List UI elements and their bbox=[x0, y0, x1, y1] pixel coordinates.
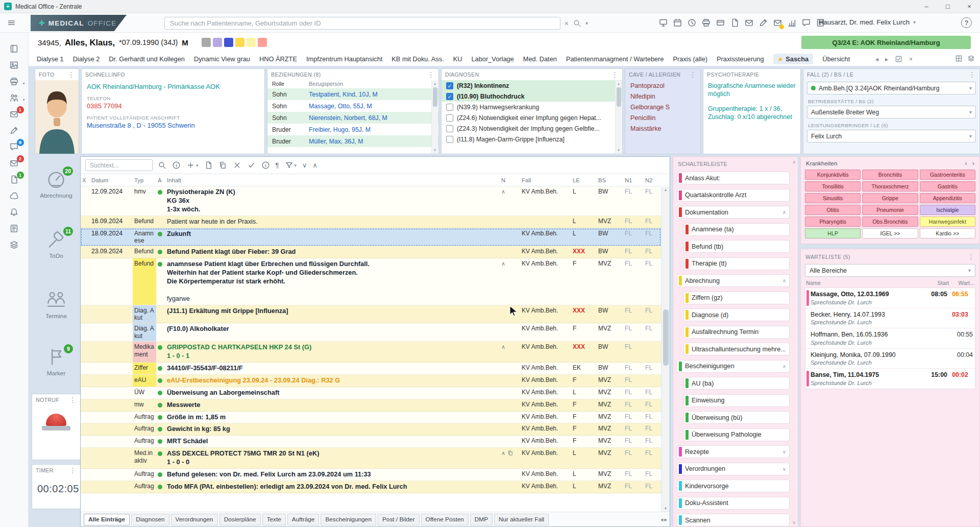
footer-tab-dosierplaene[interactable]: Dosierpläne bbox=[219, 514, 261, 525]
new-document-button[interactable] bbox=[204, 161, 213, 170]
krankheit-pneumonie[interactable]: Pneumonie bbox=[862, 205, 918, 215]
diagnose-checkbox[interactable] bbox=[446, 125, 453, 132]
timeline-row[interactable]: eAUeAU-Erstbescheinigung 23.09.24 - 23.0… bbox=[81, 375, 661, 387]
help-button[interactable]: ? bbox=[961, 17, 972, 28]
document-icon[interactable] bbox=[730, 18, 740, 28]
timeline-row[interactable]: Ziffer34410/F-35543/F-08211/FKV Amb.Beh.… bbox=[81, 363, 661, 375]
beziehung-row[interactable]: SohnTestpatient, Kind, 10J, M bbox=[267, 88, 438, 100]
maximize-button[interactable]: □ bbox=[937, 0, 959, 13]
krankheit-sinusitis[interactable]: Sinusitis bbox=[805, 193, 861, 203]
column-header-n2[interactable]: N2 bbox=[644, 177, 661, 183]
schalter-ueberweisung-pathologie[interactable]: Überweisung Pathologie bbox=[683, 428, 790, 441]
schalter-einweisung[interactable]: Einweisung bbox=[683, 394, 790, 407]
collapse-icon[interactable]: ∧ bbox=[501, 450, 505, 467]
krankheit-kardio[interactable]: Kardio >> bbox=[920, 228, 975, 238]
krankheit-grippe[interactable]: Grippe bbox=[862, 193, 918, 203]
patient-address[interactable]: Musenstraße 8 , D - 19055 Schwerin bbox=[87, 122, 259, 129]
footer-tab-post-bilder[interactable]: Post / Bilder bbox=[378, 514, 420, 525]
schalter-therapie-tt[interactable]: Therapie (tt) bbox=[683, 257, 790, 270]
tab-kb-mit-doku-ass[interactable]: KB mit Doku. Ass. bbox=[391, 55, 444, 63]
schalter-abrechnung[interactable]: Abrechnung∧ bbox=[677, 274, 790, 287]
images-icon[interactable] bbox=[9, 60, 20, 70]
add-view-icon[interactable] bbox=[955, 55, 963, 62]
timeline-row[interactable]: ÜWÜberweisung an LaborgemeinschaftKV Amb… bbox=[81, 387, 661, 399]
archive-icon[interactable] bbox=[9, 240, 20, 250]
timeline-row[interactable]: AuftragTodo MFA (PAt. einbestellen): erl… bbox=[81, 481, 661, 493]
krankheit-konjunktivitis[interactable]: Konjunktivitis bbox=[805, 170, 861, 180]
tabs-prev-icon[interactable]: ◂ bbox=[875, 56, 878, 63]
le-select[interactable]: Felix Lurch▾ bbox=[807, 130, 976, 142]
beziehung-row[interactable]: SohnNierenstein, Norbert, 68J, M bbox=[267, 112, 438, 124]
schalter-scannen[interactable]: Scannen bbox=[677, 514, 790, 526]
fall-menu-icon[interactable]: ⋮ bbox=[969, 71, 976, 78]
patient-marker[interactable] bbox=[235, 38, 244, 47]
beziehungen-menu-icon[interactable]: ⋮ bbox=[428, 71, 435, 78]
chevron-up-icon[interactable]: ∧ bbox=[782, 364, 786, 369]
tab-dialyse-1[interactable]: Dialyse 1 bbox=[37, 55, 64, 63]
schalter-ausfallrechnung-termin[interactable]: Ausfallrechnung Termin bbox=[683, 326, 790, 339]
warteliste-menu-icon[interactable]: ⋮ bbox=[968, 253, 975, 260]
footer-tab-nur-aktueller-fall[interactable]: Nur aktueller Fall bbox=[494, 514, 549, 525]
confirm-entry-button[interactable] bbox=[247, 161, 256, 170]
diagnose-item[interactable]: (N39.9) Harnwegserkrankung bbox=[442, 102, 622, 112]
fall-select[interactable]: Amb.Beh.[Q 3.24]AOK Rheinland/Hamburg▾ bbox=[807, 82, 976, 94]
minimize-button[interactable]: – bbox=[916, 0, 937, 13]
timeline-row[interactable]: Befundanamnsese Patient klagt über Erbre… bbox=[81, 258, 661, 305]
tab-dr-gerhardt-und-kollegen[interactable]: Dr. Gerhardt und Kollegen bbox=[109, 55, 185, 63]
scroll-up-icon[interactable]: ▴ bbox=[665, 187, 667, 192]
schalter-diagnose-d[interactable]: Diagnose (d) bbox=[683, 308, 790, 321]
chevron-down-icon[interactable]: ∨ bbox=[782, 466, 786, 472]
chevron-down-icon[interactable]: ∨ bbox=[782, 449, 786, 454]
monitor-icon[interactable] bbox=[658, 18, 668, 28]
krankheit-pharyngitis[interactable]: Pharyngitis bbox=[805, 217, 861, 227]
timeline-search-input[interactable] bbox=[85, 159, 153, 171]
filter-button[interactable]: ▾ bbox=[285, 161, 297, 170]
krankheit-hlp[interactable]: HLP bbox=[805, 228, 861, 238]
tab-med-daten[interactable]: Med. Daten bbox=[523, 55, 557, 63]
collapse-icon[interactable]: ∧ bbox=[501, 344, 505, 361]
search-options-caret-icon[interactable]: ▾ bbox=[585, 20, 588, 26]
expand-all-button[interactable]: ∧ bbox=[313, 161, 318, 169]
footer-scroll-icons[interactable]: ◂▸ bbox=[660, 516, 668, 523]
copy-entry-button[interactable] bbox=[218, 161, 227, 170]
tab-ku[interactable]: KU bbox=[453, 55, 462, 63]
tab-uebersicht[interactable]: Übersicht bbox=[822, 55, 850, 63]
scroll-thumb[interactable] bbox=[617, 87, 621, 107]
column-header-n1[interactable]: N1 bbox=[623, 177, 644, 183]
card-reader-icon[interactable] bbox=[716, 18, 725, 28]
krank-prev-icon[interactable]: ‹ bbox=[965, 159, 967, 167]
footer-tab-texte[interactable]: Texte bbox=[262, 514, 286, 525]
bs-select[interactable]: Außenstelle Breiter Weg▾ bbox=[807, 106, 976, 118]
timeline-row[interactable]: 12.09.2024hmvPhysiotherapie ZN (K)KG 36x… bbox=[81, 186, 661, 216]
column-header-bs[interactable]: BS bbox=[597, 177, 623, 183]
diagnose-item[interactable]: ✓(R32) Inkontinenz bbox=[442, 80, 622, 91]
tab-dialyse-2[interactable]: Dialyse 2 bbox=[73, 55, 100, 63]
scroll-up-icon[interactable]: ∧ bbox=[792, 159, 796, 164]
notruf-menu-icon[interactable]: ⋮ bbox=[69, 396, 77, 403]
footer-tab-auftraege[interactable]: Aufträge bbox=[287, 514, 320, 525]
column-header-a[interactable]: A bbox=[156, 177, 165, 183]
print-icon[interactable]: ▾ bbox=[9, 77, 20, 86]
krankheit-tonsillitis[interactable]: Tonsillitis bbox=[805, 181, 861, 191]
schalter-bescheinigungen[interactable]: Bescheinigungen∧ bbox=[677, 360, 790, 373]
diagnose-checkbox[interactable]: ✓ bbox=[446, 93, 453, 100]
schalter-ueberweisung-bue[interactable]: Überweisung (bü) bbox=[683, 411, 790, 424]
forms-icon[interactable]: 1 bbox=[9, 175, 20, 184]
chevron-up-icon[interactable]: ∧ bbox=[782, 278, 786, 283]
tab-praxis-alle[interactable]: Praxis (alle) bbox=[673, 55, 708, 63]
scroll-down-icon[interactable]: ∨ bbox=[792, 520, 796, 525]
cloud-icon[interactable] bbox=[9, 191, 20, 201]
scroll-thumb[interactable] bbox=[663, 309, 669, 366]
warteliste-row[interactable]: Kleinjung, Monika, 07.09.1990Sprechstund… bbox=[805, 349, 975, 369]
entry-details-button[interactable] bbox=[261, 161, 270, 170]
sign-icon[interactable] bbox=[758, 18, 768, 28]
warteliste-row[interactable]: Banse, Tim, 11.04.1975Sprechstunde Dr. L… bbox=[805, 369, 975, 389]
schalter-quartalskontrolle-arzt[interactable]: Quartalskontrolle Arzt bbox=[677, 189, 790, 202]
tab-dynamic-view-grau[interactable]: Dynamic View grau bbox=[194, 55, 250, 63]
diagnose-item[interactable]: (I11.8) Magen-Darm-Grippe [Influenza] bbox=[442, 134, 622, 145]
outbox-mail-icon[interactable]: 2 bbox=[9, 158, 20, 168]
diagnose-checkbox[interactable] bbox=[446, 136, 453, 143]
tabs-next-icon[interactable]: ▸ bbox=[885, 56, 888, 63]
footer-tab-diagnosen[interactable]: Diagnosen bbox=[131, 514, 169, 525]
column-header-n[interactable]: N bbox=[500, 177, 520, 183]
